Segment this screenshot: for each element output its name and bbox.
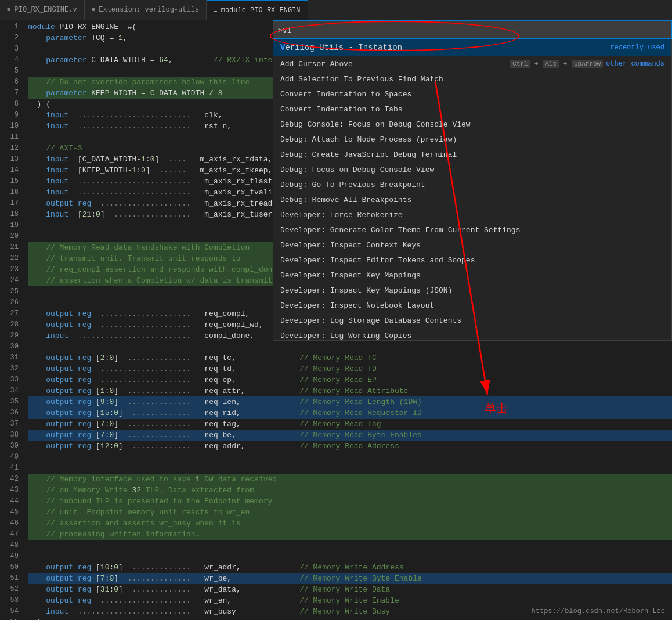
code-line-30 [28, 341, 672, 352]
code-line-54: input ......................... wr_busy … [28, 606, 672, 617]
code-line-34: output reg [1:0] .............. req_attr… [28, 385, 672, 396]
code-line-52: output reg [31:0] ............. wr_data,… [28, 584, 672, 595]
cp-item-7[interactable]: Debug: Create JavaScript Debug Terminal [273, 147, 671, 162]
code-line-39: output reg [12:0] ............. req_addr… [28, 441, 672, 452]
code-line-53: output reg .................... wr_en, /… [28, 595, 672, 606]
cp-item-10[interactable]: Debug: Remove All Breakpoints [273, 192, 671, 207]
recently-used-badge: recently used [610, 44, 664, 52]
code-line-32: output reg .................... req_td, … [28, 363, 672, 374]
code-line-47: // processing written information. [28, 529, 672, 540]
tab-bar: ≡ PIO_RX_ENGINE.v ≡ Extension: verilog-u… [0, 0, 672, 20]
cp-item-9[interactable]: Debug: Go To Previous Breakpoint [273, 177, 671, 192]
cp-item-5[interactable]: Debug Console: Focus on Debug Console Vi… [273, 117, 671, 132]
cp-item-19[interactable]: Developer: Log Working Copies [273, 328, 671, 341]
code-line-37: output reg [7:0] .............. req_tag,… [28, 419, 672, 430]
code-line-33: output reg .................... req_ep, … [28, 374, 672, 385]
code-line-46: // assertion and asserts wr_busy when it… [28, 518, 672, 529]
cp-item-18[interactable]: Developer: Log Storage Database Contents [273, 313, 671, 328]
code-line-43: // on Memory Write 32 TLP. Data extracte… [28, 485, 672, 496]
file-icon: ≡ [7, 6, 11, 13]
cp-item-11[interactable]: Developer: Force Retokenize [273, 207, 671, 222]
command-palette-input-bar [273, 20, 672, 39]
cp-item-1[interactable]: Add Cursor AboveCtrl + Alt + UpArrowothe… [273, 56, 671, 71]
cp-item-4[interactable]: Convert Indentation to Tabs [273, 102, 671, 117]
cp-item-0[interactable]: Verilog Utils - Instationrecently used [273, 39, 671, 56]
code-line-49 [28, 551, 672, 562]
file-icon: ≡ [92, 6, 96, 13]
line-numbers: 1234567891011121314151617181920212223242… [0, 20, 23, 620]
cp-item-2[interactable]: Add Selection To Previous Find Match [273, 71, 671, 86]
cp-item-13[interactable]: Developer: Inspect Context Keys [273, 237, 671, 253]
code-line-51: output reg [7:0] .............. wr_be, /… [28, 573, 672, 584]
code-line-45: // unit. Endpoint memory unit reacts to … [28, 507, 672, 518]
code-line-50: output reg [10:0] ............. wr_addr,… [28, 562, 672, 573]
cp-item-14[interactable]: Developer: Inspect Editor Tokens and Sco… [273, 253, 671, 268]
tab-pio-rx-engine[interactable]: ≡ PIO_RX_ENGINE.v [0, 0, 85, 20]
code-line-55: ); [28, 617, 672, 620]
cp-item-12[interactable]: Developer: Generate Color Theme From Cur… [273, 222, 671, 237]
code-line-42: // Memory interface used to save 1 DW da… [28, 474, 672, 485]
command-palette-dropdown: Verilog Utils - Instationrecently usedAd… [273, 39, 672, 341]
command-palette-input[interactable] [278, 26, 667, 34]
code-line-40 [28, 452, 672, 463]
code-line-41 [28, 463, 672, 474]
file-icon: ≡ [214, 7, 218, 14]
tab-extension-verilog[interactable]: ≡ Extension: verilog-utils [85, 0, 207, 20]
code-area: 1234567891011121314151617181920212223242… [0, 20, 672, 620]
cp-item-16[interactable]: Developer: Inspect Key Mappings (JSON) [273, 283, 671, 298]
keybind: Ctrl + Alt + UpArrow [510, 60, 604, 67]
code-line-38: output reg [7:0] .............. req_be, … [28, 430, 672, 441]
code-line-31: output reg [2:0] .............. req_tc, … [28, 352, 672, 363]
other-commands-link[interactable]: other commands [606, 60, 664, 68]
code-line-36: output reg [15:0] ............. req_rid,… [28, 408, 672, 419]
cp-item-3[interactable]: Convert Indentation to Spaces [273, 86, 671, 102]
tab-module-pio[interactable]: ≡ module PIO_RX_ENGIN [207, 0, 308, 20]
code-line-44: // inbound TLP is presented to the Endpo… [28, 496, 672, 507]
cp-item-15[interactable]: Developer: Inspect Key Mappings [273, 268, 671, 283]
command-palette: Verilog Utils - Instationrecently usedAd… [273, 20, 672, 341]
cp-item-17[interactable]: Developer: Inspect Notebook Layout [273, 298, 671, 313]
code-line-48 [28, 540, 672, 551]
cp-item-6[interactable]: Debug: Attach to Node Process (preview) [273, 132, 671, 147]
cp-item-8[interactable]: Debug: Focus on Debug Console View [273, 162, 671, 177]
code-line-35: output reg [9:0] .............. req_len,… [28, 396, 672, 408]
